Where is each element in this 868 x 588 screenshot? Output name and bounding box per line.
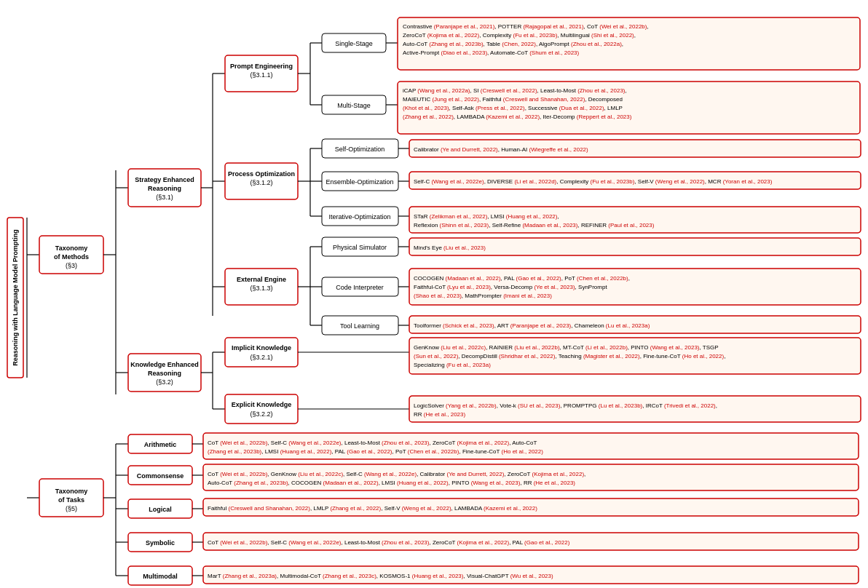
svg-text:STaR (Zelikman et al., 2022), : STaR (Zelikman et al., 2022), LMSI (Huan… — [414, 213, 559, 220]
svg-rect-75 — [409, 207, 861, 233]
svg-text:Active-Prompt (Diao et al., 20: Active-Prompt (Diao et al., 2023), Autom… — [403, 49, 580, 56]
svg-text:Symbolic: Symbolic — [146, 539, 175, 547]
svg-text:Iterative-Optimization: Iterative-Optimization — [328, 213, 390, 220]
svg-text:Multimodal: Multimodal — [143, 573, 178, 580]
svg-text:(§3.1): (§3.1) — [156, 194, 173, 201]
svg-text:Logical: Logical — [149, 506, 172, 513]
main-diagram: Reasoning with Language Model Prompting … — [3, 3, 868, 588]
svg-text:CoT (Wei et al., 2022b), Self-: CoT (Wei et al., 2022b), Self-C (Wang et… — [208, 440, 537, 446]
svg-text:MarT (Zhang et al., 2023a), Mu: MarT (Zhang et al., 2023a), Multimodal-C… — [208, 573, 553, 579]
svg-text:Toolformer (Schick et al., 202: Toolformer (Schick et al., 2023), ART (P… — [414, 322, 650, 329]
svg-text:Reasoning: Reasoning — [148, 185, 181, 192]
vertical-label: Reasoning with Language Model Prompting — [12, 229, 19, 366]
svg-text:Process Optimization: Process Optimization — [228, 170, 295, 178]
svg-text:COCOGEN (Madaan et al., 2022),: COCOGEN (Madaan et al., 2022), PAL (Gao … — [414, 275, 630, 282]
svg-text:(§3.2.1): (§3.2.1) — [250, 354, 272, 361]
svg-text:(Zhang et al., 2022), LAMBADA : (Zhang et al., 2022), LAMBADA (Kazemi et… — [403, 114, 632, 120]
svg-text:Self-C (Wang et al., 2022e), D: Self-C (Wang et al., 2022e), DIVERSE (Li… — [414, 178, 773, 185]
svg-text:(Khot et al., 2023), Self-Ask : (Khot et al., 2023), Self-Ask (Press et … — [403, 105, 623, 111]
svg-text:(Shao et al., 2023), MathPromp: (Shao et al., 2023), MathPrompter (Imani… — [414, 293, 552, 299]
svg-rect-141 — [203, 433, 859, 459]
svg-text:Mind's Eye (Liu et al., 2023): Mind's Eye (Liu et al., 2023) — [414, 245, 486, 251]
svg-text:Tool Learning: Tool Learning — [340, 322, 379, 330]
svg-text:(§5): (§5) — [66, 505, 77, 512]
svg-text:ZeroCoT (Kojima et al., 2022),: ZeroCoT (Kojima et al., 2022), Complexit… — [403, 32, 636, 39]
svg-text:LogicSolver (Yang et al., 2022: LogicSolver (Yang et al., 2022b), Vote-k… — [414, 402, 717, 409]
svg-text:(§3.2): (§3.2) — [156, 378, 173, 386]
svg-text:(§3): (§3) — [66, 262, 77, 269]
svg-text:(Sun et al., 2022), DecompDist: (Sun et al., 2022), DecompDistill (Shrid… — [414, 353, 725, 359]
svg-text:(§3.1.1): (§3.1.1) — [250, 71, 272, 79]
svg-text:MAIEUTIC (Jung et al., 2022), : MAIEUTIC (Jung et al., 2022), Faithful (… — [403, 96, 623, 103]
svg-rect-116 — [409, 396, 861, 422]
svg-text:Commonsense: Commonsense — [137, 472, 184, 480]
svg-text:(§3.1.2): (§3.1.2) — [250, 179, 272, 186]
taxonomy-methods-label: Taxonomy — [55, 245, 87, 252]
svg-text:of Methods: of Methods — [54, 253, 89, 261]
svg-text:Auto-CoT (Zhang et al., 2023b): Auto-CoT (Zhang et al., 2023b), Table (C… — [403, 41, 623, 47]
svg-text:CoT (Wei et al., 2022b), Self-: CoT (Wei et al., 2022b), Self-C (Wang et… — [208, 539, 570, 546]
svg-text:Faithful (Creswell and Shanaha: Faithful (Creswell and Shanahan, 2022), … — [208, 505, 537, 512]
svg-text:Explicit Knowledge: Explicit Knowledge — [232, 401, 292, 408]
svg-text:Reflexion (Shinn et al., 2023): Reflexion (Shinn et al., 2023), Self-Ref… — [414, 222, 655, 229]
svg-text:Implicit Knowledge: Implicit Knowledge — [232, 344, 291, 351]
svg-text:RR (He et al., 2023): RR (He et al., 2023) — [414, 411, 465, 418]
svg-text:(§3.2.2): (§3.2.2) — [250, 410, 272, 418]
taxonomy-tasks-label: Taxonomy — [55, 488, 87, 495]
svg-text:Specializing (Fu et al., 2023a: Specializing (Fu et al., 2023a) — [414, 362, 491, 368]
svg-text:Strategy Enhanced: Strategy Enhanced — [135, 176, 194, 183]
svg-text:Ensemble-Optimization: Ensemble-Optimization — [326, 178, 393, 186]
svg-text:Knowledge Enhanced: Knowledge Enhanced — [130, 361, 199, 368]
svg-text:Contrastive (Paranjape et al.,: Contrastive (Paranjape et al., 2021), PO… — [403, 23, 649, 30]
svg-rect-144 — [203, 464, 859, 490]
svg-text:(§3.1.3): (§3.1.3) — [250, 285, 272, 292]
svg-text:External Engine: External Engine — [237, 276, 286, 283]
svg-text:Auto-CoT (Zhang et al., 2023b): Auto-CoT (Zhang et al., 2023b), COCOGEN … — [208, 480, 575, 486]
svg-text:Reasoning: Reasoning — [148, 370, 181, 377]
svg-text:Single-Stage: Single-Stage — [335, 40, 373, 47]
svg-text:(Zhang et al., 2023b), LMSI (H: (Zhang et al., 2023b), LMSI (Huang et al… — [208, 448, 543, 455]
svg-text:GenKnow (Liu et al., 2022c), R: GenKnow (Liu et al., 2022c), RAINIER (Li… — [414, 344, 719, 351]
svg-text:of Tasks: of Tasks — [58, 496, 84, 504]
svg-text:iCAP (Wang et al., 2022a), SI : iCAP (Wang et al., 2022a), SI (Creswell … — [403, 87, 627, 94]
svg-text:Self-Optimization: Self-Optimization — [335, 146, 385, 153]
svg-text:Code Interpreter: Code Interpreter — [336, 284, 384, 291]
svg-rect-107 — [225, 394, 298, 424]
svg-text:Multi-Stage: Multi-Stage — [337, 102, 371, 109]
svg-rect-104 — [225, 338, 298, 367]
svg-text:CoT (Wei et al., 2022b), GenKn: CoT (Wei et al., 2022b), GenKnow (Liu et… — [208, 471, 585, 477]
svg-text:Prompt Engineering: Prompt Engineering — [230, 63, 293, 70]
svg-text:Arithmetic: Arithmetic — [144, 441, 177, 448]
svg-text:Calibrator (Ye and Durrett, 20: Calibrator (Ye and Durrett, 2022), Human… — [414, 146, 588, 153]
svg-text:Faithful-CoT (Lyu et al., 2023: Faithful-CoT (Lyu et al., 2023), Versa-D… — [414, 284, 607, 290]
svg-text:Physical Simulator: Physical Simulator — [333, 244, 387, 251]
